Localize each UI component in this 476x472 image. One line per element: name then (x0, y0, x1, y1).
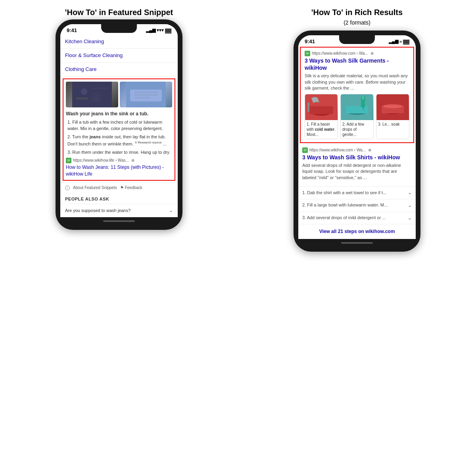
right-phone-screen: W https://www.wikihow.com › Wa... ⊕ 3 Wa… (298, 46, 416, 239)
step-cards: 1. Fill a basin with cold water. Most... (305, 94, 409, 139)
snippet-images (66, 82, 172, 107)
jeans-flat-image (120, 82, 172, 107)
first-result-url: https://www.wikihow.com › Wa... (312, 51, 368, 56)
right-phone-screen-area: 9:41 ▂▄▆ ≈ ▓▓ W h (298, 35, 416, 239)
second-result: W https://www.wikihow.com › Wa... ⊕ 3 Wa… (298, 144, 416, 186)
svg-rect-3 (76, 97, 88, 99)
jeans-wet-image (66, 82, 118, 107)
people-also-ask-heading: PEOPLE ALSO ASK (60, 193, 178, 204)
second-result-source: W https://www.wikihow.com › Wa... ⊕ (302, 147, 412, 153)
nav-link-1[interactable]: Kitchen Cleaning (60, 35, 178, 49)
step-3-text: 3. Le... soak (378, 122, 399, 126)
second-result-icon: W (302, 147, 308, 153)
first-result: W https://www.wikihow.com › Wa... ⊕ 3 Wa… (301, 48, 413, 142)
external-link-icon: ⊕ (131, 158, 135, 163)
svg-rect-8 (134, 94, 158, 96)
source-link-title[interactable]: How to Wash Jeans: 11 Steps (with Pictur… (66, 164, 172, 178)
chevron-3: ⌄ (408, 215, 412, 222)
right-phone-notch (339, 35, 375, 44)
step-card-1[interactable]: 1. Fill a basin with cold water. Most... (305, 94, 338, 139)
detergent-image (341, 94, 373, 120)
screen-content: Kitchen Cleaning Floor & Surface Cleanin… (60, 35, 178, 217)
step-card-3[interactable]: 3. Le... soak (376, 94, 409, 139)
first-result-icon: W (305, 51, 310, 56)
right-phone-frame: 9:41 ▂▄▆ ≈ ▓▓ W h (294, 31, 420, 252)
step-list-text-2: 2. Fill a large bowl with lukewarm water… (302, 202, 388, 208)
signal-icon: ▂▄▆ (146, 28, 155, 33)
nav-link-3[interactable]: Clothing Care (60, 63, 178, 76)
step-list-item-3[interactable]: 3. Add several drops of mild detergent o… (298, 212, 416, 224)
svg-rect-16 (346, 106, 368, 113)
first-result-desc: Silk is a very delicate material, so you… (305, 73, 409, 91)
snippet-step-2: 2. Turn the jeans inside out, then lay f… (66, 134, 172, 147)
snippet-step-3: 3. Run them under the water to rinse. Ha… (66, 149, 172, 155)
step-card-2-label: 2. Add a few drops of gentle... (341, 120, 373, 139)
step-1-bold: cold water (315, 127, 334, 132)
first-result-title[interactable]: 3 Ways to Wash Silk Garments - wikiHow (305, 57, 409, 71)
svg-point-22 (383, 104, 402, 108)
phone-notch (101, 24, 137, 33)
second-result-url: https://www.wikihow.com › Wa... (309, 147, 366, 153)
right-phone-bottom (298, 239, 416, 247)
feedback-icon-flag: ⚑ (120, 185, 124, 191)
svg-rect-12 (309, 106, 333, 114)
right-column: 'How To' in Rich Results (2 formats) 9:4… (246, 8, 468, 252)
right-status-icons: ▂▄▆ ≈ ▓▓ (389, 39, 409, 44)
left-column-title: 'How To' in Featured Snippet (65, 8, 173, 17)
feedback-link[interactable]: ⚑ Feedback (120, 185, 142, 191)
soak-image (376, 94, 409, 120)
second-result-desc: Add several drops of mild detergent or n… (302, 162, 412, 181)
step-3-text: Run them under the water to rinse. Hang … (72, 150, 170, 155)
svg-rect-9 (134, 97, 150, 98)
second-result-ext-icon: ⊕ (367, 148, 372, 153)
feedback-bar: i About Featured Snippets ⚑ Feedback (60, 182, 178, 193)
wikihow-icon: W (66, 158, 71, 163)
research-source: X Research source (135, 141, 162, 144)
chevron-1: ⌄ (408, 189, 412, 196)
svg-rect-0 (72, 82, 112, 107)
svg-rect-13 (307, 102, 309, 112)
svg-point-1 (81, 88, 87, 95)
first-result-source: W https://www.wikihow.com › Wa... ⊕ (305, 51, 409, 56)
step-2-ellipsis: ... (163, 141, 167, 146)
basin-image (305, 94, 338, 120)
phone-screen: Kitchen Cleaning Floor & Surface Cleanin… (60, 35, 178, 217)
feedback-label[interactable]: Feedback (125, 185, 142, 191)
step-2-bold: jeans (90, 134, 101, 139)
right-wifi-icon: ≈ (399, 39, 402, 44)
step-card-1-label: 1. Fill a basin with cold water. Most... (305, 120, 338, 139)
step-list-item-1[interactable]: 1. Dab the shirt with a wet towel to see… (298, 186, 416, 199)
right-column-subtitle: (2 formats) (344, 19, 370, 26)
right-signal-icon: ▂▄▆ (389, 39, 398, 44)
paa-question-text: Are you supposed to wash jeans? (65, 208, 131, 214)
step-2-text: 2. Add a few drops of gentle... (342, 122, 364, 137)
view-all-link[interactable]: View all 21 steps on wikihow.com (298, 224, 416, 239)
svg-rect-18 (362, 96, 364, 99)
step-list-item-2[interactable]: 2. Fill a large bowl with lukewarm water… (298, 199, 416, 212)
source-line: W https://www.wikihow.life › Was... ⊕ (66, 158, 172, 163)
battery-icon: ▓▓ (165, 28, 171, 33)
step-card-3-label: 3. Le... soak (376, 120, 409, 128)
snippet-steps: 1. Fill a tub with a few inches of cold … (66, 119, 172, 155)
wifi-icon: ▾▾▾ (157, 28, 164, 33)
chevron-2: ⌄ (408, 202, 412, 209)
first-result-ext-icon: ⊕ (370, 51, 374, 56)
right-home-indicator (341, 242, 373, 244)
snippet-image-2 (120, 82, 172, 107)
source-url: https://www.wikihow.life › Was... (73, 158, 129, 163)
step-card-2[interactable]: 2. Add a few drops of gentle... (340, 94, 374, 139)
view-all-text[interactable]: View all 21 steps on wikihow.com (319, 229, 395, 234)
svg-point-2 (91, 93, 101, 102)
left-phone-frame: 9:41 ▂▄▆ ▾▾▾ ▓▓ Kitchen Cleaning (56, 19, 182, 230)
about-snippets-text[interactable]: About Featured Snippets (73, 185, 117, 191)
chevron-down-icon: ⌄ (169, 207, 173, 214)
nav-link-2[interactable]: Floor & Surface Cleaning (60, 49, 178, 63)
second-result-title[interactable]: 3 Ways to Wash Silk Shirts - wikiHow (302, 154, 412, 161)
status-icons: ▂▄▆ ▾▾▾ ▓▓ (146, 28, 171, 33)
step-list-text-3: 3. Add several drops of mild detergent o… (302, 215, 386, 221)
paa-question-1[interactable]: Are you supposed to wash jeans? ⌄ (60, 204, 178, 217)
right-column-title: 'How To' in Rich Results (311, 8, 403, 17)
left-column: 'How To' in Featured Snippet 9:41 ▂▄▆ ▾▾… (8, 8, 230, 252)
main-container: 'How To' in Featured Snippet 9:41 ▂▄▆ ▾▾… (8, 8, 468, 252)
info-icon: i (65, 185, 70, 190)
